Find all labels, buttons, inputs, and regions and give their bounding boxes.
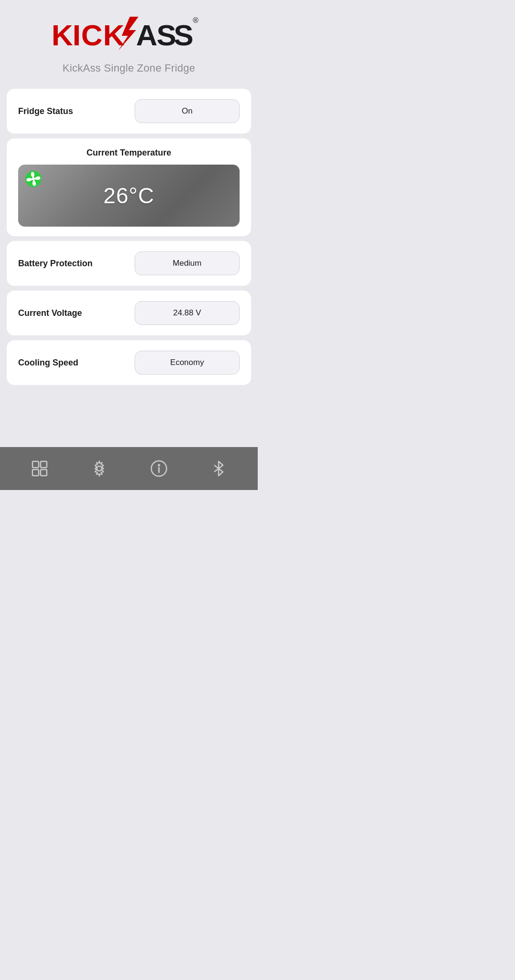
svg-text:S: S <box>174 19 192 52</box>
app-header: K I C K A S S ® KickAss Single Zone Frid… <box>0 0 258 89</box>
main-content: Fridge Status On Current Temperature <box>0 89 258 411</box>
battery-protection-card: Battery Protection Medium <box>7 241 251 286</box>
nav-settings-button[interactable] <box>87 457 111 480</box>
svg-point-18 <box>158 465 159 466</box>
temperature-value: 26°C <box>104 183 155 209</box>
svg-text:A: A <box>136 19 157 52</box>
svg-rect-13 <box>32 469 39 476</box>
fan-icon <box>25 170 42 188</box>
nav-info-button[interactable] <box>147 457 171 480</box>
svg-text:®: ® <box>193 16 199 24</box>
temperature-title: Current Temperature <box>18 148 240 158</box>
current-voltage-value[interactable]: 24.88 V <box>135 301 240 325</box>
current-voltage-label: Current Voltage <box>18 308 82 318</box>
fridge-status-card: Fridge Status On <box>7 89 251 134</box>
cooling-speed-card: Cooling Speed Economy <box>7 340 251 385</box>
fridge-status-label: Fridge Status <box>18 106 73 116</box>
battery-protection-value[interactable]: Medium <box>135 251 240 275</box>
svg-text:I: I <box>73 19 80 52</box>
svg-text:K: K <box>52 19 73 52</box>
svg-text:S: S <box>157 19 175 52</box>
nav-bluetooth-button[interactable] <box>207 457 231 480</box>
logo: K I C K A S S ® <box>48 14 210 52</box>
bottom-nav <box>0 447 258 490</box>
nav-grid-button[interactable] <box>28 457 52 480</box>
fridge-status-value[interactable]: On <box>135 99 240 123</box>
cooling-speed-value[interactable]: Economy <box>135 351 240 375</box>
cooling-speed-label: Cooling Speed <box>18 358 78 368</box>
app-subtitle: KickAss Single Zone Fridge <box>63 62 195 74</box>
svg-rect-12 <box>41 461 47 468</box>
current-voltage-card: Current Voltage 24.88 V <box>7 291 251 335</box>
battery-protection-label: Battery Protection <box>18 259 93 269</box>
svg-point-15 <box>97 466 102 471</box>
svg-rect-11 <box>32 461 39 468</box>
svg-text:C: C <box>81 19 102 52</box>
temperature-display: 26°C <box>18 165 240 227</box>
temperature-card: Current Temperature 26°C <box>7 138 251 236</box>
svg-rect-14 <box>41 469 47 476</box>
